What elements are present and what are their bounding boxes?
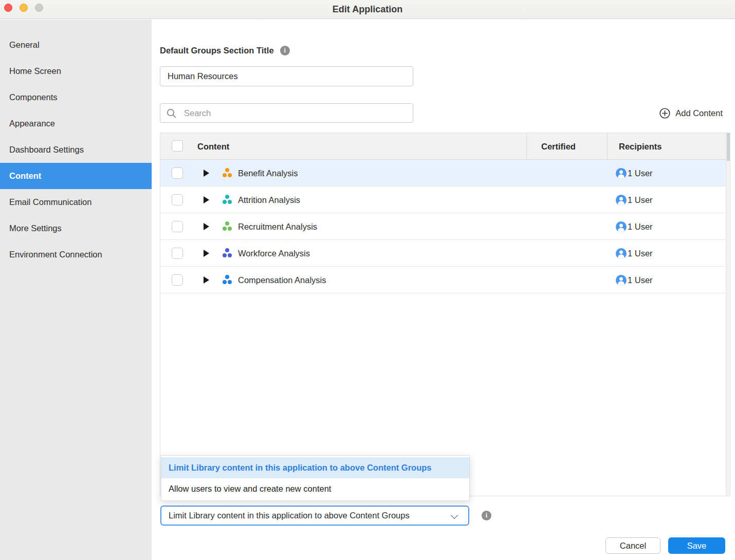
expand-arrow-icon[interactable] — [204, 170, 209, 177]
search-icon — [167, 108, 176, 118]
sidebar-item-label: Content — [9, 171, 41, 181]
expand-arrow-icon[interactable] — [204, 196, 209, 203]
row-checkbox[interactable] — [172, 274, 183, 286]
row-checkbox[interactable] — [172, 248, 183, 259]
menu-option[interactable]: Limit Library content in this applicatio… — [161, 457, 469, 478]
sidebar-item-appearance[interactable]: Appearance — [0, 110, 152, 137]
sidebar-item-email-communication[interactable]: Email Communication — [0, 189, 152, 215]
search-input[interactable] — [160, 103, 413, 123]
content-panel: Default Groups Section Title i Add Conte… — [152, 20, 735, 560]
sidebar-item-label: Dashboard Settings — [9, 145, 84, 155]
table-row[interactable]: Attrition Analysis 1 User — [160, 186, 730, 213]
table-row[interactable]: Compensation Analysis 1 User — [160, 267, 730, 293]
library-access-selected-value: Limit Library content in this applicatio… — [169, 511, 410, 520]
sidebar-item-label: Environment Connection — [9, 250, 102, 259]
table-body: Benefit Analysis 1 User Attrition Analys… — [160, 160, 730, 293]
sidebar-item-label: Email Communication — [9, 197, 91, 207]
sidebar-item-more-settings[interactable]: More Settings — [0, 215, 152, 241]
recipients-cell: 1 User — [616, 186, 653, 213]
user-icon — [616, 221, 627, 232]
content-group-icon — [222, 168, 232, 178]
sidebar-list: General Home Screen Components Appearanc… — [0, 32, 152, 268]
section-title-label-row: Default Groups Section Title i — [160, 46, 290, 55]
sidebar-item-label: Components — [9, 92, 58, 102]
add-content-button[interactable]: Add Content — [659, 106, 723, 120]
select-all-checkbox[interactable] — [172, 140, 183, 152]
content-name: Benefit Analysis — [238, 160, 298, 186]
recipients-cell: 1 User — [616, 213, 653, 240]
recipients-count: 1 User — [628, 169, 653, 178]
expand-arrow-icon[interactable] — [204, 223, 209, 230]
row-checkbox[interactable] — [172, 167, 183, 179]
table-header: Content Certified Recipients — [160, 133, 730, 160]
window-title: Edit Application — [0, 0, 735, 19]
section-title-input[interactable] — [160, 66, 413, 86]
section-title-label: Default Groups Section Title — [160, 46, 274, 55]
column-header-content: Content — [197, 133, 229, 160]
table-scrollbar[interactable] — [726, 133, 730, 496]
table-row[interactable]: Benefit Analysis 1 User — [160, 160, 730, 186]
column-header-certified: Certified — [541, 133, 576, 160]
expand-arrow-icon[interactable] — [204, 276, 209, 284]
table-row[interactable]: Workforce Analysis 1 User — [160, 240, 730, 267]
row-checkbox[interactable] — [172, 194, 183, 206]
recipients-count: 1 User — [628, 222, 653, 232]
content-name: Recruitment Analysis — [238, 213, 317, 240]
library-access-menu: Limit Library content in this applicatio… — [161, 455, 470, 501]
expand-arrow-icon[interactable] — [204, 250, 209, 257]
column-header-recipients: Recipients — [619, 133, 662, 160]
recipients-cell: 1 User — [616, 267, 653, 293]
plus-circle-icon — [659, 108, 670, 119]
sidebar-item-dashboard-settings[interactable]: Dashboard Settings — [0, 137, 152, 163]
recipients-count: 1 User — [628, 275, 653, 285]
content-name: Compensation Analysis — [238, 267, 326, 293]
sidebar-item-label: More Settings — [9, 223, 62, 233]
content-table: Content Certified Recipients Benefit Ana… — [160, 133, 730, 496]
user-icon — [616, 248, 627, 259]
content-group-icon — [222, 248, 232, 258]
recipients-count: 1 User — [628, 249, 653, 258]
window-titlebar: Edit Application — [0, 0, 735, 19]
menu-option[interactable]: Allow users to view and create new conte… — [161, 478, 469, 499]
scrollbar-thumb[interactable] — [727, 133, 730, 161]
sidebar-item-components[interactable]: Components — [0, 84, 152, 110]
cancel-button[interactable]: Cancel — [605, 537, 660, 554]
sidebar-item-general[interactable]: General — [0, 32, 152, 58]
content-group-icon — [222, 195, 232, 204]
sidebar-item-label: Appearance — [9, 119, 55, 128]
sidebar-item-label: General — [9, 40, 40, 50]
recipients-cell: 1 User — [616, 240, 653, 267]
content-name: Workforce Analysis — [238, 240, 310, 267]
recipients-count: 1 User — [628, 195, 653, 205]
sidebar-item-content[interactable]: Content — [0, 163, 152, 189]
settings-sidebar: General Home Screen Components Appearanc… — [0, 20, 152, 560]
content-name: Attrition Analysis — [238, 186, 300, 213]
user-icon — [616, 195, 627, 206]
content-group-icon — [222, 275, 232, 285]
recipients-cell: 1 User — [616, 160, 653, 186]
save-button[interactable]: Save — [668, 537, 725, 554]
column-separator — [607, 133, 608, 160]
sidebar-item-label: Home Screen — [9, 66, 61, 76]
table-row[interactable]: Recruitment Analysis 1 User — [160, 213, 730, 240]
info-icon[interactable]: i — [280, 46, 290, 55]
content-group-icon — [222, 221, 232, 231]
row-checkbox[interactable] — [172, 221, 183, 232]
chevron-down-icon — [451, 512, 458, 519]
sidebar-item-environment-connection[interactable]: Environment Connection — [0, 241, 152, 268]
sidebar-item-home-screen[interactable]: Home Screen — [0, 58, 152, 84]
add-content-label: Add Content — [675, 108, 723, 118]
user-icon — [616, 275, 627, 286]
info-icon[interactable]: i — [482, 511, 491, 520]
user-icon — [616, 168, 627, 179]
column-separator — [526, 133, 527, 160]
library-access-select[interactable]: Limit Library content in this applicatio… — [160, 506, 469, 526]
